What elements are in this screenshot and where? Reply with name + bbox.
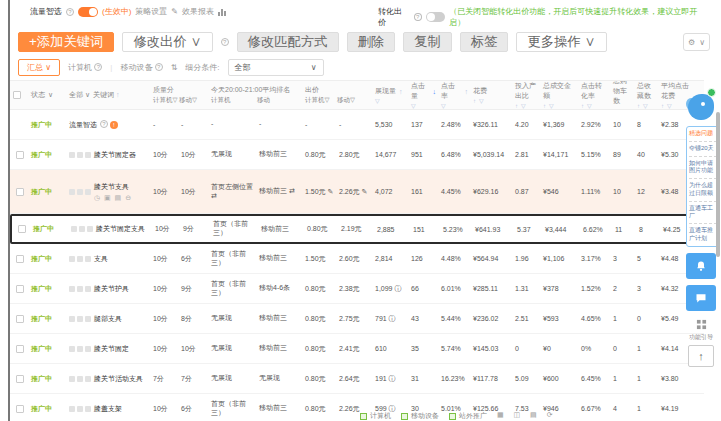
bid-mobile[interactable]: 2.26元 <box>339 404 360 414</box>
bid-pc[interactable]: 0.80元 <box>305 314 326 324</box>
faq-item[interactable]: 为什么超过日限额 <box>689 178 717 198</box>
quality-pc-sort[interactable]: 计算机▽ <box>153 96 179 105</box>
modify-match-button[interactable]: 修改匹配方式 <box>237 32 339 52</box>
bid-mobile[interactable]: 2.80元 <box>339 150 360 160</box>
keyword-label[interactable]: 腿部支具 <box>94 314 122 324</box>
bid-pc[interactable]: 1.50元 ✎ <box>305 187 333 197</box>
tab-mobile[interactable]: 移动设备 ? <box>120 62 162 73</box>
bid-mobile[interactable]: 2.41元 <box>339 344 360 354</box>
table-settings-group[interactable]: ⚙ ∨ <box>683 33 710 51</box>
bid-mobile[interactable]: - <box>339 121 341 128</box>
gear-icon[interactable]: ⚙ <box>688 38 695 47</box>
tab-summary[interactable]: 汇总 ∨ <box>18 59 60 76</box>
conversion-bid-toggle[interactable] <box>426 12 446 22</box>
bid-pc[interactable]: 0.80元 <box>305 284 326 294</box>
table-row[interactable]: 推广中 支具 ? ! 10分 6分 首页（非前三） 移动前三 1.50元 2.6… <box>10 244 704 274</box>
chat-button[interactable] <box>686 285 716 311</box>
more-actions-dropdown[interactable]: 更多操作 ∨ <box>516 32 606 52</box>
row-checkbox[interactable] <box>16 375 24 383</box>
bar-chart-icon[interactable] <box>218 8 226 16</box>
table-row[interactable]: 推广中 膝关节固定 ? ! 10分 10分 无展现 移动前三 0.80元 2.4… <box>10 334 704 364</box>
row-checkbox[interactable] <box>16 315 24 323</box>
keyword-flag-icons[interactable] <box>69 346 91 352</box>
delete-button[interactable]: 删除 <box>347 32 396 52</box>
feature-guide-label[interactable]: 功能引导 <box>689 333 713 342</box>
tag-button[interactable]: 标签 <box>460 32 509 52</box>
bid-pc-sort[interactable]: 计算机▽ <box>305 96 337 105</box>
keyword-flag-icons[interactable] <box>71 226 93 232</box>
keyword-type-dropdown[interactable]: 全部 ∨ <box>69 90 90 100</box>
table-row[interactable]: 推广中 腿部支具 ? ! 10分 8分 无展现 移动前三 0.80元 2.75元… <box>10 304 704 334</box>
assistant-mascot-icon[interactable] <box>686 88 716 122</box>
bid-pc[interactable]: 0.80元 <box>305 404 326 414</box>
row-checkbox[interactable] <box>16 255 24 263</box>
keyword-label[interactable]: 膝盖支架 <box>94 404 122 414</box>
copy-button[interactable]: 复制 <box>403 32 452 52</box>
keyword-label[interactable]: 膝关节护具 <box>94 284 129 294</box>
clicks-header[interactable]: 点击量↓▽ <box>408 81 438 109</box>
bid-mobile[interactable]: 2.60元 <box>339 254 360 264</box>
keyword-label[interactable]: 膝关节支具 <box>94 182 129 192</box>
bid-pc[interactable]: 0.80元 <box>305 344 326 354</box>
info-icon[interactable]: ? <box>414 13 422 21</box>
row-checkbox[interactable] <box>16 405 24 413</box>
notification-bell-button[interactable] <box>686 253 716 279</box>
pencil-icon[interactable]: ✎ <box>171 7 178 16</box>
legend-item[interactable]: 站外推广 <box>449 411 487 421</box>
keyword-column-header[interactable]: 关键词 ↑ <box>93 90 119 100</box>
cvr-header[interactable]: 点击转化率↑▽ <box>578 81 610 109</box>
keyword-flag-icons[interactable] <box>69 256 91 262</box>
modify-bid-dropdown[interactable]: 修改出价 ∨ <box>122 32 212 52</box>
keyword-flag-icons[interactable] <box>69 286 91 292</box>
strategy-settings-link[interactable]: 策略设置 <box>135 6 167 17</box>
favs-header[interactable]: 总收藏数↑▽ <box>634 81 658 109</box>
faq-popup[interactable]: 精选问题 夺镖20天 如何申请图片功能 为什么超过日限额 直通车工厂 直通车推广… <box>686 126 720 247</box>
legend-item[interactable]: 移动设备 <box>401 411 439 421</box>
revenue-header[interactable]: 总成交金额↑▽ <box>540 81 578 109</box>
faq-item[interactable]: 直通车推广计划 <box>689 223 717 243</box>
bid-mobile[interactable]: 2.64元 <box>339 374 360 384</box>
keyword-label[interactable]: 流量智选 <box>69 120 97 130</box>
info-icon[interactable]: ? <box>66 8 74 16</box>
keyword-flag-icons[interactable] <box>69 406 91 412</box>
quality-mobile-sort[interactable]: 移动▽ <box>179 96 197 105</box>
status-filter-dropdown[interactable]: 状态∨ <box>31 90 53 100</box>
keyword-flag-icons[interactable] <box>69 189 91 195</box>
bid-mobile[interactable]: 2.75元 <box>339 314 360 324</box>
keyword-label[interactable]: 膝关节固定 <box>94 344 129 354</box>
table-row[interactable]: 推广中 膝关节活动支具 ? ! 7分 7分 无展现 无展现 0.80元 2.64… <box>10 364 704 394</box>
row-checkbox[interactable] <box>18 225 26 233</box>
report-link[interactable]: 效果报表 <box>182 6 214 17</box>
table-row[interactable]: 推广中 膝关节护具 ? ! 10分 9分 首页（非前三） 移动4-6条 0.80… <box>10 274 704 304</box>
row-checkbox[interactable] <box>16 188 24 196</box>
table-row[interactable]: 推广中 膝关节固定器 ? ! 10分 10分 无展现 移动前三 0.80元 2.… <box>10 140 704 170</box>
keyword-label[interactable]: 膝关节固定器 <box>94 150 136 160</box>
ctr-header[interactable]: 点击率↑▽ <box>438 81 470 109</box>
bid-pc[interactable]: - <box>305 121 307 128</box>
bid-pc[interactable]: 0.80元 <box>305 150 326 160</box>
bid-mobile-sort[interactable]: 移动▽ <box>337 96 355 105</box>
collapse-icon[interactable]: ∨ <box>699 38 705 47</box>
bid-pc[interactable]: 0.80元 <box>305 374 326 384</box>
bid-mobile[interactable]: 2.26元 ✎ <box>339 187 367 197</box>
keyword-action-icons[interactable]: ◷ ▣ ▤ ⊖ <box>94 194 132 202</box>
legend-item[interactable]: 计算机 <box>360 411 391 421</box>
table-row[interactable]: 推广中 膝关节支具 ? ! ◷ ▣ ▤ ⊖ 10分 10分 首页左侧位置 ⇄ 移… <box>10 170 704 214</box>
info-icon[interactable]: ? <box>221 38 229 46</box>
table-row[interactable]: 推广中 流量智选 ? ! - - - - - - 5,530 137 2.48%… <box>10 110 704 140</box>
faq-item[interactable]: 直通车工厂 <box>689 201 717 221</box>
tab-pc[interactable]: 计算机 ? <box>68 62 102 73</box>
row-checkbox[interactable] <box>16 285 24 293</box>
roi-header[interactable]: 投入产出比↑▽ <box>512 81 540 109</box>
add-keyword-button[interactable]: +添加关键词 <box>18 32 114 52</box>
keyword-label[interactable]: 膝关节固定支具 <box>96 224 145 234</box>
keyword-flag-icons[interactable] <box>69 316 91 322</box>
keyword-label[interactable]: 支具 <box>94 254 108 264</box>
bid-mobile[interactable]: 2.38元 <box>339 284 360 294</box>
select-all-checkbox[interactable] <box>13 91 21 99</box>
back-to-top-button[interactable]: ↑ <box>688 345 714 367</box>
bid-pc[interactable]: 0.80元 <box>307 224 328 234</box>
faq-item[interactable]: 如何申请图片功能 <box>689 156 717 176</box>
faq-item[interactable]: 夺镖20天 <box>689 141 717 153</box>
table-row[interactable]: 推广中 膝关节固定支具 ? ! 10分 9分 首页（非前三） 移动前三 0.80… <box>10 214 704 244</box>
